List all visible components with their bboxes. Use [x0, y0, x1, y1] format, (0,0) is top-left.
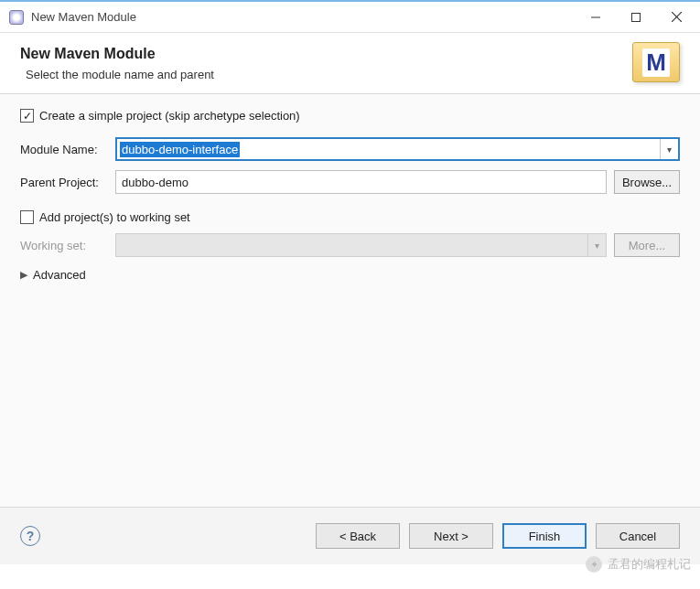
- page-title: New Maven Module: [20, 46, 632, 62]
- module-name-label: Module Name:: [20, 143, 115, 156]
- wizard-header: New Maven Module Select the module name …: [0, 33, 700, 94]
- help-icon[interactable]: ?: [20, 526, 40, 546]
- close-button[interactable]: [656, 4, 696, 31]
- more-button: More...: [614, 233, 680, 257]
- advanced-label: Advanced: [33, 268, 86, 282]
- triangle-right-icon: ▶: [20, 269, 27, 281]
- page-subtitle: Select the module name and parent: [26, 68, 632, 81]
- simple-project-checkbox[interactable]: [20, 109, 34, 123]
- wizard-window: New Maven Module New Maven Module Select…: [0, 0, 700, 564]
- parent-project-field[interactable]: dubbo-demo: [115, 170, 607, 194]
- wizard-footer: ? < Back Next > Finish Cancel: [0, 508, 700, 564]
- module-name-value: dubbo-demo-interface: [120, 142, 240, 157]
- working-set-row: Working set: ▾ More...: [20, 233, 680, 257]
- eclipse-icon: [9, 10, 24, 25]
- next-button[interactable]: Next >: [409, 523, 493, 549]
- add-to-working-set-label: Add project(s) to working set: [39, 210, 190, 224]
- module-name-row: Module Name: dubbo-demo-interface ▾: [20, 137, 680, 161]
- window-title: New Maven Module: [31, 10, 136, 24]
- chevron-down-icon[interactable]: ▾: [660, 139, 678, 159]
- titlebar: New Maven Module: [0, 2, 700, 33]
- parent-project-row: Parent Project: dubbo-demo Browse...: [20, 170, 680, 194]
- maven-folder-icon: M: [632, 42, 680, 82]
- simple-project-row: Create a simple project (skip archetype …: [20, 109, 680, 123]
- chevron-down-icon: ▾: [587, 234, 606, 256]
- finish-button[interactable]: Finish: [502, 523, 587, 549]
- browse-button[interactable]: Browse...: [614, 170, 680, 194]
- working-set-combo: ▾: [115, 233, 607, 257]
- wizard-body: Create a simple project (skip archetype …: [0, 94, 700, 508]
- parent-project-label: Parent Project:: [20, 176, 115, 189]
- advanced-expander[interactable]: ▶ Advanced: [20, 268, 680, 282]
- simple-project-label: Create a simple project (skip archetype …: [39, 109, 300, 123]
- add-to-working-set-row: Add project(s) to working set: [20, 210, 680, 224]
- module-name-combo[interactable]: dubbo-demo-interface ▾: [115, 137, 680, 161]
- back-button[interactable]: < Back: [316, 523, 400, 549]
- minimize-button[interactable]: [576, 4, 616, 31]
- svg-rect-1: [632, 13, 641, 21]
- working-set-label: Working set:: [20, 239, 115, 252]
- cancel-button[interactable]: Cancel: [596, 523, 680, 549]
- add-to-working-set-checkbox[interactable]: [20, 210, 34, 224]
- maximize-button[interactable]: [616, 4, 656, 31]
